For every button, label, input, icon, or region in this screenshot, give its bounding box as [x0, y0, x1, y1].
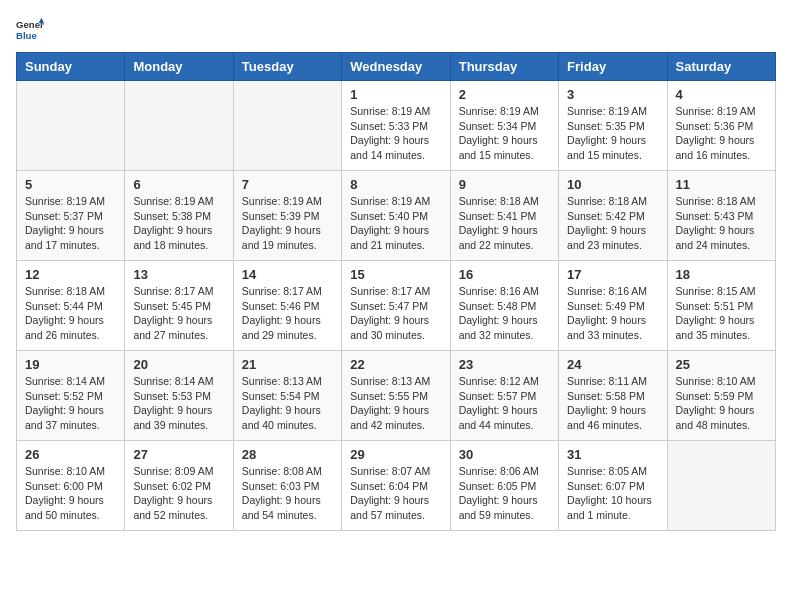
calendar-cell: 25Sunrise: 8:10 AM Sunset: 5:59 PM Dayli… — [667, 351, 775, 441]
calendar-cell: 17Sunrise: 8:16 AM Sunset: 5:49 PM Dayli… — [559, 261, 667, 351]
day-number: 20 — [133, 357, 224, 372]
day-info: Sunrise: 8:18 AM Sunset: 5:43 PM Dayligh… — [676, 194, 767, 253]
day-info: Sunrise: 8:11 AM Sunset: 5:58 PM Dayligh… — [567, 374, 658, 433]
day-info: Sunrise: 8:19 AM Sunset: 5:39 PM Dayligh… — [242, 194, 333, 253]
calendar-cell — [667, 441, 775, 531]
day-number: 30 — [459, 447, 550, 462]
day-number: 21 — [242, 357, 333, 372]
calendar-cell: 8Sunrise: 8:19 AM Sunset: 5:40 PM Daylig… — [342, 171, 450, 261]
calendar-cell: 26Sunrise: 8:10 AM Sunset: 6:00 PM Dayli… — [17, 441, 125, 531]
day-number: 8 — [350, 177, 441, 192]
day-info: Sunrise: 8:17 AM Sunset: 5:45 PM Dayligh… — [133, 284, 224, 343]
day-number: 23 — [459, 357, 550, 372]
day-number: 13 — [133, 267, 224, 282]
day-number: 4 — [676, 87, 767, 102]
calendar-cell: 5Sunrise: 8:19 AM Sunset: 5:37 PM Daylig… — [17, 171, 125, 261]
day-info: Sunrise: 8:19 AM Sunset: 5:34 PM Dayligh… — [459, 104, 550, 163]
calendar-cell: 27Sunrise: 8:09 AM Sunset: 6:02 PM Dayli… — [125, 441, 233, 531]
calendar-cell: 9Sunrise: 8:18 AM Sunset: 5:41 PM Daylig… — [450, 171, 558, 261]
calendar-cell: 16Sunrise: 8:16 AM Sunset: 5:48 PM Dayli… — [450, 261, 558, 351]
day-info: Sunrise: 8:14 AM Sunset: 5:53 PM Dayligh… — [133, 374, 224, 433]
calendar-header-row: SundayMondayTuesdayWednesdayThursdayFrid… — [17, 53, 776, 81]
day-info: Sunrise: 8:15 AM Sunset: 5:51 PM Dayligh… — [676, 284, 767, 343]
calendar-cell: 7Sunrise: 8:19 AM Sunset: 5:39 PM Daylig… — [233, 171, 341, 261]
day-info: Sunrise: 8:17 AM Sunset: 5:47 PM Dayligh… — [350, 284, 441, 343]
calendar-cell: 21Sunrise: 8:13 AM Sunset: 5:54 PM Dayli… — [233, 351, 341, 441]
day-number: 11 — [676, 177, 767, 192]
day-info: Sunrise: 8:19 AM Sunset: 5:36 PM Dayligh… — [676, 104, 767, 163]
day-of-week-header: Thursday — [450, 53, 558, 81]
week-row: 5Sunrise: 8:19 AM Sunset: 5:37 PM Daylig… — [17, 171, 776, 261]
day-info: Sunrise: 8:10 AM Sunset: 6:00 PM Dayligh… — [25, 464, 116, 523]
day-number: 15 — [350, 267, 441, 282]
week-row: 12Sunrise: 8:18 AM Sunset: 5:44 PM Dayli… — [17, 261, 776, 351]
calendar-cell: 10Sunrise: 8:18 AM Sunset: 5:42 PM Dayli… — [559, 171, 667, 261]
day-info: Sunrise: 8:07 AM Sunset: 6:04 PM Dayligh… — [350, 464, 441, 523]
calendar-cell: 12Sunrise: 8:18 AM Sunset: 5:44 PM Dayli… — [17, 261, 125, 351]
svg-text:Blue: Blue — [16, 30, 37, 41]
calendar-cell: 22Sunrise: 8:13 AM Sunset: 5:55 PM Dayli… — [342, 351, 450, 441]
day-of-week-header: Saturday — [667, 53, 775, 81]
calendar-cell: 6Sunrise: 8:19 AM Sunset: 5:38 PM Daylig… — [125, 171, 233, 261]
week-row: 26Sunrise: 8:10 AM Sunset: 6:00 PM Dayli… — [17, 441, 776, 531]
day-info: Sunrise: 8:10 AM Sunset: 5:59 PM Dayligh… — [676, 374, 767, 433]
day-of-week-header: Wednesday — [342, 53, 450, 81]
day-info: Sunrise: 8:18 AM Sunset: 5:44 PM Dayligh… — [25, 284, 116, 343]
day-number: 1 — [350, 87, 441, 102]
day-number: 31 — [567, 447, 658, 462]
calendar-cell: 31Sunrise: 8:05 AM Sunset: 6:07 PM Dayli… — [559, 441, 667, 531]
day-info: Sunrise: 8:19 AM Sunset: 5:38 PM Dayligh… — [133, 194, 224, 253]
day-of-week-header: Friday — [559, 53, 667, 81]
calendar-cell: 18Sunrise: 8:15 AM Sunset: 5:51 PM Dayli… — [667, 261, 775, 351]
day-info: Sunrise: 8:05 AM Sunset: 6:07 PM Dayligh… — [567, 464, 658, 523]
calendar-cell: 15Sunrise: 8:17 AM Sunset: 5:47 PM Dayli… — [342, 261, 450, 351]
day-info: Sunrise: 8:16 AM Sunset: 5:48 PM Dayligh… — [459, 284, 550, 343]
day-info: Sunrise: 8:12 AM Sunset: 5:57 PM Dayligh… — [459, 374, 550, 433]
day-info: Sunrise: 8:13 AM Sunset: 5:54 PM Dayligh… — [242, 374, 333, 433]
day-info: Sunrise: 8:14 AM Sunset: 5:52 PM Dayligh… — [25, 374, 116, 433]
day-number: 7 — [242, 177, 333, 192]
day-info: Sunrise: 8:18 AM Sunset: 5:42 PM Dayligh… — [567, 194, 658, 253]
day-number: 28 — [242, 447, 333, 462]
day-number: 27 — [133, 447, 224, 462]
logo-icon: General Blue — [16, 16, 44, 44]
week-row: 1Sunrise: 8:19 AM Sunset: 5:33 PM Daylig… — [17, 81, 776, 171]
calendar-cell — [17, 81, 125, 171]
calendar-cell: 24Sunrise: 8:11 AM Sunset: 5:58 PM Dayli… — [559, 351, 667, 441]
calendar: SundayMondayTuesdayWednesdayThursdayFrid… — [16, 52, 776, 531]
svg-text:General: General — [16, 19, 44, 30]
day-info: Sunrise: 8:19 AM Sunset: 5:40 PM Dayligh… — [350, 194, 441, 253]
day-of-week-header: Sunday — [17, 53, 125, 81]
week-row: 19Sunrise: 8:14 AM Sunset: 5:52 PM Dayli… — [17, 351, 776, 441]
calendar-cell: 20Sunrise: 8:14 AM Sunset: 5:53 PM Dayli… — [125, 351, 233, 441]
day-number: 6 — [133, 177, 224, 192]
day-number: 24 — [567, 357, 658, 372]
day-info: Sunrise: 8:18 AM Sunset: 5:41 PM Dayligh… — [459, 194, 550, 253]
calendar-cell: 19Sunrise: 8:14 AM Sunset: 5:52 PM Dayli… — [17, 351, 125, 441]
logo: General Blue — [16, 16, 44, 44]
calendar-cell: 13Sunrise: 8:17 AM Sunset: 5:45 PM Dayli… — [125, 261, 233, 351]
calendar-cell: 23Sunrise: 8:12 AM Sunset: 5:57 PM Dayli… — [450, 351, 558, 441]
calendar-cell: 3Sunrise: 8:19 AM Sunset: 5:35 PM Daylig… — [559, 81, 667, 171]
calendar-cell: 11Sunrise: 8:18 AM Sunset: 5:43 PM Dayli… — [667, 171, 775, 261]
day-info: Sunrise: 8:08 AM Sunset: 6:03 PM Dayligh… — [242, 464, 333, 523]
day-number: 17 — [567, 267, 658, 282]
day-number: 22 — [350, 357, 441, 372]
day-number: 26 — [25, 447, 116, 462]
day-info: Sunrise: 8:19 AM Sunset: 5:35 PM Dayligh… — [567, 104, 658, 163]
calendar-cell: 30Sunrise: 8:06 AM Sunset: 6:05 PM Dayli… — [450, 441, 558, 531]
day-number: 12 — [25, 267, 116, 282]
day-info: Sunrise: 8:13 AM Sunset: 5:55 PM Dayligh… — [350, 374, 441, 433]
day-number: 25 — [676, 357, 767, 372]
day-of-week-header: Monday — [125, 53, 233, 81]
day-number: 29 — [350, 447, 441, 462]
calendar-cell: 29Sunrise: 8:07 AM Sunset: 6:04 PM Dayli… — [342, 441, 450, 531]
day-info: Sunrise: 8:19 AM Sunset: 5:37 PM Dayligh… — [25, 194, 116, 253]
day-number: 3 — [567, 87, 658, 102]
day-number: 9 — [459, 177, 550, 192]
day-number: 14 — [242, 267, 333, 282]
day-info: Sunrise: 8:09 AM Sunset: 6:02 PM Dayligh… — [133, 464, 224, 523]
header: General Blue — [16, 16, 776, 44]
day-info: Sunrise: 8:19 AM Sunset: 5:33 PM Dayligh… — [350, 104, 441, 163]
calendar-cell — [233, 81, 341, 171]
